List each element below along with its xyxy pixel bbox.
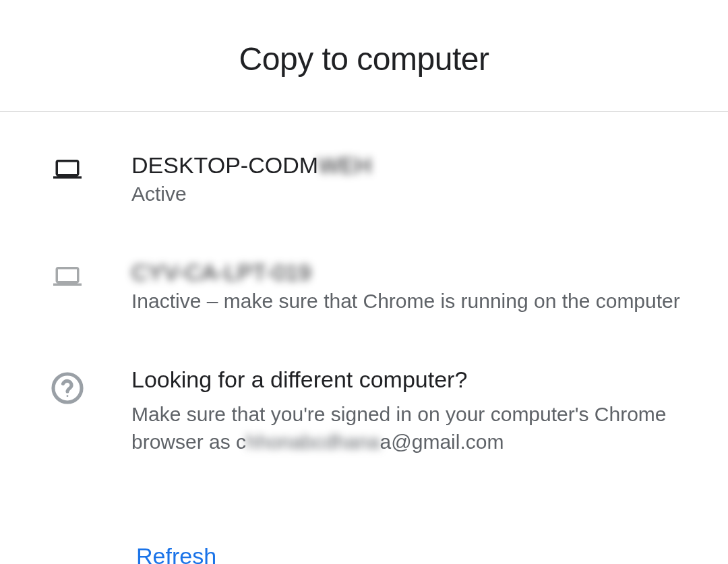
laptop-icon xyxy=(48,262,87,290)
device-name-visible: DESKTOP-CODM xyxy=(131,152,318,178)
icon-container xyxy=(47,259,88,290)
device-status: Active xyxy=(131,183,688,206)
device-text: CYV-CA-LPT-019 Inactive – make sure that… xyxy=(131,259,728,313)
help-text-container: Looking for a different computer? Make s… xyxy=(131,367,728,456)
help-description: Make sure that you're signed in on your … xyxy=(131,401,688,456)
device-status: Inactive – make sure that Chrome is runn… xyxy=(131,290,688,313)
device-name-redacted: CYV-CA-LPT-019 xyxy=(131,259,311,286)
device-name: DESKTOP-CODMWEH xyxy=(131,152,688,179)
device-row-active[interactable]: DESKTOP-CODMWEH Active xyxy=(47,152,728,206)
dialog-header: Copy to computer xyxy=(0,0,728,112)
laptop-icon xyxy=(48,155,87,183)
dialog-content: DESKTOP-CODMWEH Active CYV-CA-LPT-019 In… xyxy=(0,112,728,564)
device-name-redacted: WEH xyxy=(318,152,371,179)
icon-container xyxy=(47,367,88,407)
help-text-suffix: a@gmail.com xyxy=(380,431,504,453)
device-text: DESKTOP-CODMWEH Active xyxy=(131,152,728,206)
device-row-inactive[interactable]: CYV-CA-LPT-019 Inactive – make sure that… xyxy=(47,259,728,313)
icon-container xyxy=(47,152,88,183)
help-title: Looking for a different computer? xyxy=(131,367,688,393)
help-row: Looking for a different computer? Make s… xyxy=(47,367,728,456)
help-circle-icon xyxy=(49,369,86,407)
device-name: CYV-CA-LPT-019 xyxy=(131,259,688,286)
dialog-title: Copy to computer xyxy=(0,40,728,77)
svg-point-1 xyxy=(67,395,69,397)
refresh-button[interactable]: Refresh xyxy=(136,543,216,564)
help-email-redacted: hhonabcdhana xyxy=(246,429,380,456)
